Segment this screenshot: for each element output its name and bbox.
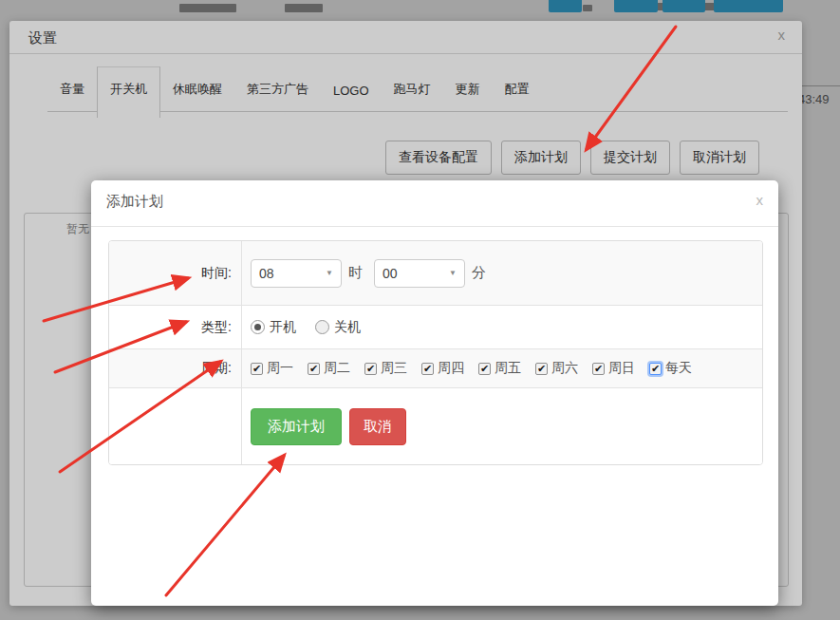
checked-checkbox-icon: ✔ (478, 363, 491, 375)
radio-power-on-label: 开机 (270, 319, 296, 336)
add-plan-modal-header: 添加计划 x (91, 180, 778, 227)
checkbox-thursday-label: 周四 (438, 360, 464, 377)
add-plan-form: 时间: 08 ▼ 时 00 ▼ 分 类型: (108, 240, 763, 465)
actions-row-content: 添加计划 取消 (242, 388, 762, 464)
radio-off-icon (315, 320, 329, 334)
checkbox-saturday[interactable]: ✔ 周六 (535, 360, 578, 377)
minute-select[interactable]: 00 ▼ (374, 259, 465, 288)
checkbox-sunday[interactable]: ✔ 周日 (592, 360, 635, 377)
time-label: 时间: (109, 241, 242, 305)
radio-power-off-label: 关机 (334, 319, 361, 336)
checkbox-saturday-label: 周六 (551, 360, 578, 377)
checked-checkbox-icon: ✔ (421, 363, 434, 375)
modal-close-icon[interactable]: x (756, 192, 764, 208)
screenshot-stage: 43:49 设置 x 音量 开关机 休眠唤醒 第三方广告 LOGO 跑马灯 更新… (0, 0, 840, 620)
minute-unit-label: 分 (472, 264, 486, 282)
checked-checkbox-icon: ✔ (308, 363, 320, 375)
period-row: 周期: ✔ 周一 ✔ 周二 ✔ 周三 ✔ (109, 349, 762, 388)
hour-select[interactable]: 08 ▼ (251, 259, 342, 288)
minute-select-value: 00 (383, 266, 398, 281)
checkbox-tuesday[interactable]: ✔ 周二 (308, 360, 350, 377)
chevron-down-icon: ▼ (449, 269, 457, 277)
checkbox-thursday[interactable]: ✔ 周四 (421, 360, 464, 377)
actions-row: 添加计划 取消 (109, 388, 762, 464)
checked-checkbox-icon: ✔ (592, 363, 605, 375)
type-label: 类型: (109, 306, 242, 348)
hour-select-value: 08 (259, 266, 274, 281)
checked-checkbox-icon: ✔ (251, 363, 263, 375)
checkbox-everyday[interactable]: ✔ 每天 (649, 360, 692, 377)
checked-checkbox-icon: ✔ (535, 363, 548, 375)
checkbox-everyday-label: 每天 (665, 360, 692, 377)
actions-label-spacer (109, 388, 242, 464)
type-row: 类型: 开机 关机 (109, 306, 762, 349)
checkbox-sunday-label: 周日 (608, 360, 635, 377)
checkbox-wednesday[interactable]: ✔ 周三 (364, 360, 407, 377)
radio-on-icon (251, 320, 265, 334)
type-row-content: 开机 关机 (242, 306, 762, 348)
add-plan-modal: 添加计划 x 时间: 08 ▼ 时 00 ▼ 分 (91, 180, 778, 606)
checked-checkbox-icon: ✔ (649, 363, 662, 375)
time-row-content: 08 ▼ 时 00 ▼ 分 (242, 241, 762, 305)
time-row: 时间: 08 ▼ 时 00 ▼ 分 (109, 241, 762, 306)
checkbox-wednesday-label: 周三 (381, 360, 407, 377)
checked-checkbox-icon: ✔ (364, 363, 377, 375)
period-label: 周期: (109, 349, 242, 387)
radio-power-off[interactable]: 关机 (315, 319, 361, 336)
modal-cancel-button[interactable]: 取消 (349, 408, 406, 445)
add-plan-modal-title: 添加计划 (106, 193, 163, 211)
checkbox-tuesday-label: 周二 (324, 360, 350, 377)
modal-add-plan-button[interactable]: 添加计划 (251, 408, 342, 445)
radio-power-on[interactable]: 开机 (251, 319, 296, 336)
checkbox-friday[interactable]: ✔ 周五 (478, 360, 521, 377)
checkbox-monday[interactable]: ✔ 周一 (251, 360, 293, 377)
checkbox-friday-label: 周五 (495, 360, 521, 377)
checkbox-monday-label: 周一 (267, 360, 293, 377)
period-row-content: ✔ 周一 ✔ 周二 ✔ 周三 ✔ 周四 (242, 349, 762, 387)
chevron-down-icon: ▼ (326, 269, 333, 277)
hour-unit-label: 时 (348, 264, 363, 282)
